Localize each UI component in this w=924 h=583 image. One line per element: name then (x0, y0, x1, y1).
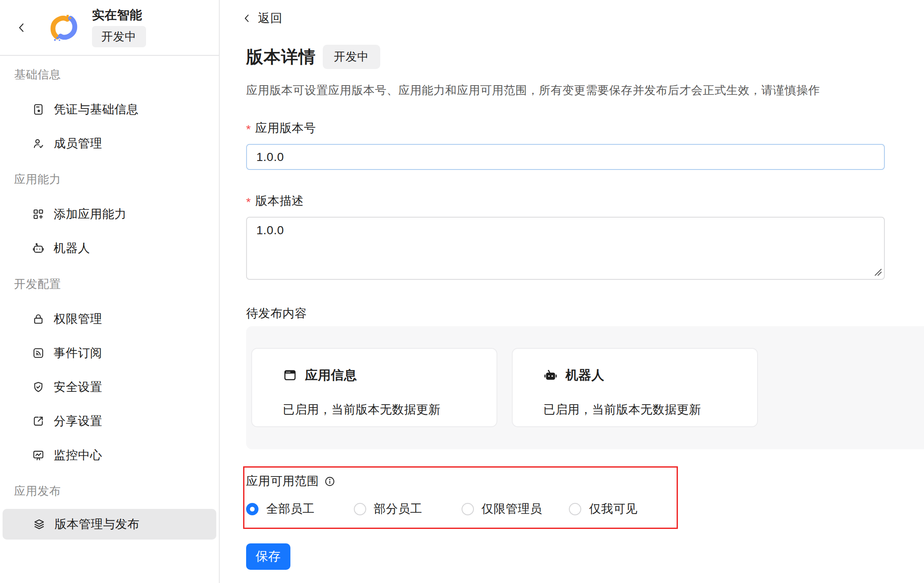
pending-content-title: 待发布内容 (246, 305, 924, 320)
sidebar-item-label: 成员管理 (54, 135, 102, 152)
sidebar-item-label: 权限管理 (54, 311, 102, 327)
pending-card-robot: 机器人 已启用，当前版本无数据更新 (512, 348, 758, 427)
add-capability-icon (32, 208, 45, 221)
sidebar-item-label: 安全设置 (54, 379, 102, 395)
required-mark: * (246, 195, 251, 209)
scope-label-row: 应用可用范围 (246, 474, 677, 488)
app-meta: 实在智能 开发中 (92, 8, 146, 47)
sidebar-item-label: 机器人 (54, 240, 90, 256)
lock-icon (32, 313, 45, 325)
radio-option-partial-staff[interactable]: 部分员工 (354, 501, 462, 517)
radio-unselected-icon[interactable] (569, 503, 581, 515)
version-description-wrap: 1.0.0 (246, 217, 885, 280)
page-title: 版本详情 (246, 45, 316, 69)
card-status: 已启用，当前版本无数据更新 (543, 402, 744, 418)
radio-label: 仅我可见 (589, 501, 637, 517)
back-chevron-icon (241, 12, 253, 24)
shield-check-icon (32, 381, 45, 393)
pending-content-panel: 应用信息 已启用，当前版本无数据更新 机器人 已启用，当前版本无数据更新 (246, 326, 924, 449)
version-number-label: * 应用版本号 (246, 121, 924, 135)
member-icon (32, 137, 45, 150)
scope-radio-group: 全部员工 部分员工 仅限管理员 仅我可见 (246, 502, 677, 516)
sidebar-nav: 基础信息 凭证与基础信息 成员管理 应用能力 (0, 67, 219, 540)
radio-label: 部分员工 (374, 501, 422, 517)
radio-option-only-me[interactable]: 仅我可见 (569, 501, 677, 517)
sidebar-item-label: 凭证与基础信息 (54, 101, 139, 118)
version-number-input[interactable] (246, 144, 885, 170)
radio-option-all-staff[interactable]: 全部员工 (246, 501, 354, 517)
resize-handle-icon (874, 268, 882, 276)
radio-selected-icon[interactable] (246, 503, 258, 515)
nav-group-title: 开发配置 (14, 276, 219, 291)
card-head: 机器人 (543, 367, 744, 384)
sidebar-item-permissions[interactable]: 权限管理 (0, 302, 219, 336)
collapse-back-icon[interactable] (15, 21, 28, 34)
app-window-icon (283, 368, 297, 382)
layers-icon (33, 518, 46, 531)
credential-doc-icon (32, 103, 45, 116)
app-logo (48, 11, 80, 44)
app-window: 实在智能 开发中 基础信息 凭证与基础信息 成员管理 应用能力 (0, 0, 924, 583)
sidebar-item-credentials[interactable]: 凭证与基础信息 (0, 92, 219, 126)
scope-label: 应用可用范围 (246, 473, 319, 489)
sidebar-item-add-capability[interactable]: 添加应用能力 (0, 197, 219, 231)
nav-group-title: 应用能力 (14, 172, 219, 186)
radio-option-admins-only[interactable]: 仅限管理员 (462, 501, 569, 517)
sidebar-header: 实在智能 开发中 (0, 0, 219, 56)
main-content: 返回 版本详情 开发中 应用版本可设置应用版本号、应用能力和应用可用范围，所有变… (220, 0, 924, 583)
pending-card-app-info: 应用信息 已启用，当前版本无数据更新 (251, 348, 497, 427)
sidebar-item-monitoring[interactable]: 监控中心 (0, 438, 219, 472)
monitor-icon (32, 449, 45, 462)
sidebar-item-members[interactable]: 成员管理 (0, 126, 219, 161)
sidebar-item-label: 版本管理与发布 (55, 516, 140, 532)
sidebar-item-security[interactable]: 安全设置 (0, 370, 219, 404)
status-badge: 开发中 (323, 45, 380, 69)
card-head: 应用信息 (283, 367, 484, 384)
sidebar-item-label: 分享设置 (54, 413, 102, 429)
sidebar-item-robot[interactable]: 机器人 (0, 231, 219, 265)
sidebar-item-label: 添加应用能力 (54, 206, 126, 222)
title-row: 版本详情 开发中 (246, 44, 924, 69)
radio-unselected-icon[interactable] (462, 503, 474, 515)
version-description-input[interactable]: 1.0.0 (246, 217, 885, 280)
version-description-label: * 版本描述 (246, 194, 924, 208)
rss-icon (32, 347, 45, 359)
save-button[interactable]: 保存 (246, 543, 290, 570)
page-description: 应用版本可设置应用版本号、应用能力和应用可用范围，所有变更需要保存并发布后才会正… (246, 83, 924, 97)
robot-filled-icon (543, 368, 558, 382)
radio-label: 仅限管理员 (482, 501, 542, 517)
sidebar-item-sharing[interactable]: 分享设置 (0, 404, 219, 438)
radio-label: 全部员工 (266, 501, 315, 517)
info-icon[interactable] (324, 476, 336, 487)
sidebar-item-label: 事件订阅 (54, 345, 102, 361)
share-icon (32, 415, 45, 428)
sidebar-item-version-management[interactable]: 版本管理与发布 (3, 509, 216, 540)
radio-unselected-icon[interactable] (354, 503, 366, 515)
back-label: 返回 (258, 10, 282, 26)
robot-icon (32, 242, 45, 255)
nav-group-title: 基础信息 (14, 67, 219, 81)
card-status: 已启用，当前版本无数据更新 (283, 402, 484, 418)
sidebar: 实在智能 开发中 基础信息 凭证与基础信息 成员管理 应用能力 (0, 0, 220, 583)
app-name: 实在智能 (92, 8, 146, 22)
back-button[interactable]: 返回 (241, 11, 282, 26)
required-mark: * (246, 123, 251, 136)
scope-annotation-box: 应用可用范围 全部员工 部分员工 仅限管理员 (243, 466, 678, 529)
card-title: 应用信息 (305, 367, 357, 384)
sidebar-item-label: 监控中心 (54, 447, 102, 463)
sidebar-item-events[interactable]: 事件订阅 (0, 336, 219, 370)
card-title: 机器人 (565, 367, 605, 384)
nav-group-title: 应用发布 (14, 483, 219, 498)
app-status-badge: 开发中 (92, 26, 146, 47)
